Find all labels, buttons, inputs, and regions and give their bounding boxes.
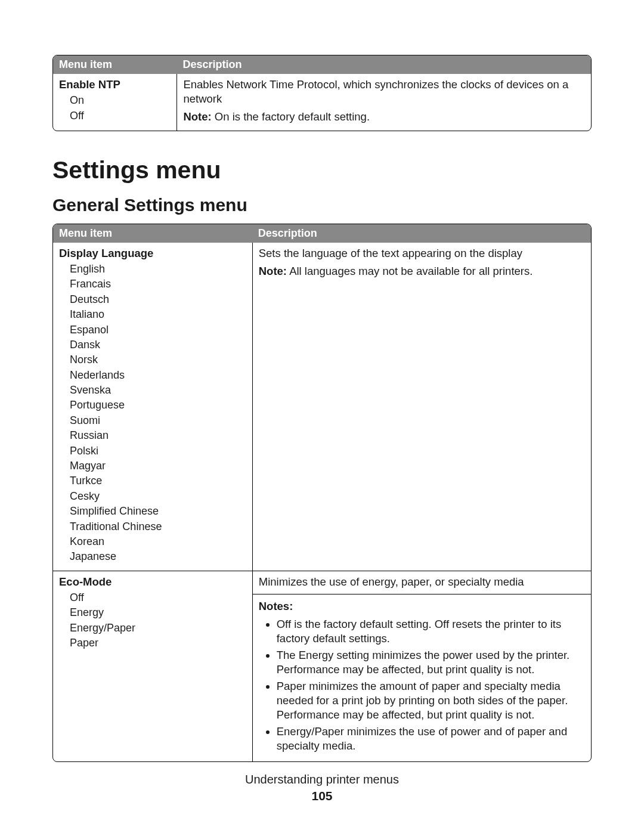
option: Korean [70,534,246,549]
page-footer: Understanding printer menus 105 [0,773,644,803]
description-cell: Minimizes the use of energy, paper, or s… [252,571,591,762]
option: Cesky [70,489,246,504]
option: English [70,262,246,277]
notes-list: Off is the factory default setting. Off … [259,617,585,753]
menu-item-cell: Display Language EnglishFrancaisDeutschI… [53,243,252,571]
description-text: Sets the language of the text appearing … [259,246,585,261]
note-text: On is the factory default setting. [212,110,370,123]
page-number: 105 [0,789,644,803]
col-header-menu-item: Menu item [53,55,177,74]
note-item: The Energy setting minimizes the power u… [277,648,585,677]
option: Dansk [70,337,246,352]
option-list: OffEnergyEnergy/PaperPaper [70,590,246,651]
page: Menu item Description Enable NTP On Off … [0,0,644,833]
option: On [70,93,171,108]
table-row: Display Language EnglishFrancaisDeutschI… [53,243,591,571]
col-header-description: Description [177,55,591,74]
subsection-heading: General Settings menu [52,195,592,215]
option: Energy/Paper [70,621,246,636]
table-row: Enable NTP On Off Enables Network Time P… [53,74,591,130]
option: Deutsch [70,292,246,307]
option: Turkce [70,473,246,488]
option: Russian [70,428,246,443]
option: Norsk [70,352,246,367]
option: Svenska [70,383,246,398]
note-label: Note: [259,265,287,277]
option: Off [70,590,246,605]
option: Simplified Chinese [70,504,246,519]
option: Traditional Chinese [70,519,246,534]
note-item: Energy/Paper minimizes the use of power … [277,724,585,753]
ntp-table: Menu item Description Enable NTP On Off … [52,55,592,131]
option: Magyar [70,459,246,473]
table-header: Menu item Description [53,55,591,74]
menu-item-cell: Enable NTP On Off [53,74,177,130]
note: Note: On is the factory default setting. [183,110,585,124]
menu-item-name: Eco-Mode [59,575,246,589]
footer-title: Understanding printer menus [0,773,644,786]
option: Polski [70,444,246,459]
option: Suomi [70,413,246,428]
note-item: Off is the factory default setting. Off … [277,617,585,646]
description-text: Minimizes the use of energy, paper, or s… [259,575,585,589]
option-list: EnglishFrancaisDeutschItalianoEspanolDan… [70,262,246,565]
table-row: Eco-Mode OffEnergyEnergy/PaperPaper Mini… [53,571,591,762]
option: Japanese [70,549,246,564]
general-settings-table: Menu item Description Display Language E… [52,224,592,763]
option: Francais [70,277,246,292]
note-item: Paper minimizes the amount of paper and … [277,679,585,722]
description-text: Enables Network Time Protocol, which syn… [183,78,585,106]
note: Note: All languages may not be available… [259,264,585,278]
option: Espanol [70,323,246,337]
option: Energy [70,605,246,620]
notes-block: Notes: Off is the factory default settin… [253,594,591,753]
option: Paper [70,636,246,651]
table-header: Menu item Description [53,224,591,243]
notes-label: Notes: [259,599,585,614]
option: Off [70,109,171,123]
col-header-menu-item: Menu item [53,224,252,243]
note-text: All languages may not be available for a… [287,265,532,277]
note-label: Note: [183,110,211,123]
menu-item-name: Enable NTP [59,78,171,92]
option: Italiano [70,307,246,322]
description-cell: Sets the language of the text appearing … [252,243,591,571]
menu-item-cell: Eco-Mode OffEnergyEnergy/PaperPaper [53,571,252,762]
option-list: On Off [70,93,171,123]
menu-item-name: Display Language [59,246,246,261]
section-heading: Settings menu [52,156,592,184]
description-cell: Enables Network Time Protocol, which syn… [177,74,591,130]
option: Nederlands [70,368,246,383]
col-header-description: Description [252,224,591,243]
option: Portuguese [70,398,246,413]
